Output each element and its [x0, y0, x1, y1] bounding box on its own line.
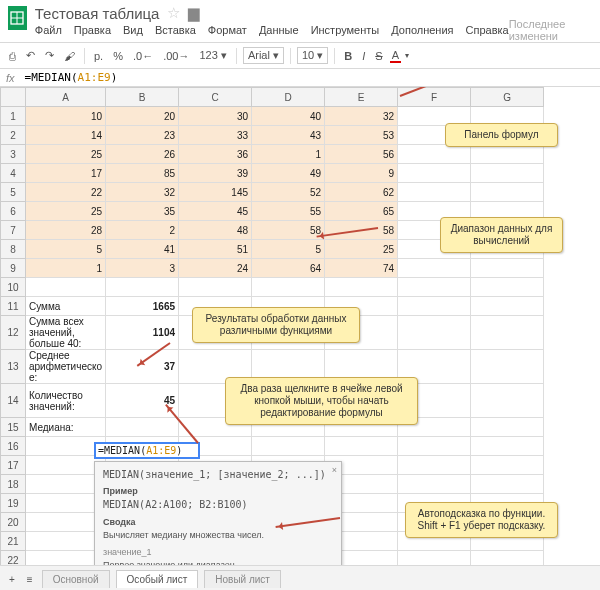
cell[interactable]: 36: [179, 145, 252, 164]
col-header[interactable]: E: [325, 88, 398, 107]
hint-close-icon[interactable]: ×: [332, 464, 337, 477]
text-color-button[interactable]: A: [390, 49, 401, 63]
sheet-tab[interactable]: Особый лист: [116, 570, 199, 588]
cell[interactable]: 48: [179, 221, 252, 240]
cell[interactable]: 51: [179, 240, 252, 259]
cell[interactable]: 2: [106, 221, 179, 240]
cell-editing[interactable]: =MEDIAN(A1:E9): [94, 442, 200, 459]
cell[interactable]: 23: [106, 126, 179, 145]
cell[interactable]: 10: [26, 107, 106, 126]
cell[interactable]: 74: [325, 259, 398, 278]
cell[interactable]: 25: [325, 240, 398, 259]
cell[interactable]: [471, 384, 544, 418]
star-icon[interactable]: ☆: [167, 4, 180, 22]
add-sheet-button[interactable]: +: [6, 572, 18, 587]
cell[interactable]: 85: [106, 164, 179, 183]
cell[interactable]: [471, 418, 544, 437]
cell[interactable]: [398, 297, 471, 316]
row-header[interactable]: 5: [1, 183, 26, 202]
cell[interactable]: 30: [179, 107, 252, 126]
cell[interactable]: [471, 475, 544, 494]
cell[interactable]: [471, 259, 544, 278]
cell[interactable]: 25: [26, 145, 106, 164]
menu-edit[interactable]: Правка: [74, 24, 111, 36]
cell[interactable]: 35: [106, 202, 179, 221]
cell[interactable]: 32: [325, 107, 398, 126]
redo-icon[interactable]: ↷: [42, 47, 57, 64]
cell[interactable]: [398, 475, 471, 494]
cell[interactable]: [398, 437, 471, 456]
sheet-tab[interactable]: Новый лист: [204, 570, 281, 588]
cell[interactable]: [252, 437, 325, 456]
cell[interactable]: [398, 278, 471, 297]
bold-button[interactable]: B: [341, 48, 355, 64]
cell[interactable]: 26: [106, 145, 179, 164]
cell[interactable]: [471, 183, 544, 202]
summary-label[interactable]: Сумма всех значений, больше 40:: [26, 316, 106, 350]
cell[interactable]: [325, 278, 398, 297]
currency-button[interactable]: р.: [91, 48, 106, 64]
summary-value[interactable]: 1665: [106, 297, 179, 316]
cell[interactable]: 58: [252, 221, 325, 240]
summary-label[interactable]: Сумма: [26, 297, 106, 316]
cell[interactable]: 55: [252, 202, 325, 221]
menu-help[interactable]: Справка: [466, 24, 509, 36]
cell[interactable]: 5: [26, 240, 106, 259]
cell[interactable]: 5: [252, 240, 325, 259]
cell[interactable]: [398, 183, 471, 202]
menu-addons[interactable]: Дополнения: [391, 24, 453, 36]
decrease-decimal-button[interactable]: .0←: [130, 48, 156, 64]
cell[interactable]: 53: [325, 126, 398, 145]
formula-input[interactable]: =MEDIAN(A1:E9): [25, 71, 118, 84]
cell[interactable]: 14: [26, 126, 106, 145]
cell[interactable]: 24: [179, 259, 252, 278]
cell[interactable]: 17: [26, 164, 106, 183]
number-format-button[interactable]: 123 ▾: [196, 47, 229, 64]
cell[interactable]: 45: [179, 202, 252, 221]
cell[interactable]: [252, 278, 325, 297]
undo-icon[interactable]: ↶: [23, 47, 38, 64]
cell[interactable]: [179, 278, 252, 297]
doc-title[interactable]: Тестовая таблица: [35, 5, 160, 22]
row-header[interactable]: 7: [1, 221, 26, 240]
cell[interactable]: 43: [252, 126, 325, 145]
cell[interactable]: 33: [179, 126, 252, 145]
cell[interactable]: 145: [179, 183, 252, 202]
cell[interactable]: [471, 437, 544, 456]
cell[interactable]: 64: [252, 259, 325, 278]
cell[interactable]: 1: [26, 259, 106, 278]
cell[interactable]: [471, 297, 544, 316]
row-header[interactable]: 1: [1, 107, 26, 126]
font-select[interactable]: Arial ▾: [243, 47, 284, 64]
cell[interactable]: [471, 145, 544, 164]
col-header[interactable]: G: [471, 88, 544, 107]
row-header[interactable]: 8: [1, 240, 26, 259]
summary-label[interactable]: Количество значений:: [26, 384, 106, 418]
menu-file[interactable]: Файл: [35, 24, 62, 36]
summary-label[interactable]: Медиана:: [26, 418, 106, 437]
cell[interactable]: 32: [106, 183, 179, 202]
cell[interactable]: [26, 278, 106, 297]
row-header[interactable]: 4: [1, 164, 26, 183]
menu-format[interactable]: Формат: [208, 24, 247, 36]
cell[interactable]: 65: [325, 202, 398, 221]
font-size-select[interactable]: 10 ▾: [297, 47, 328, 64]
cell[interactable]: [471, 316, 544, 350]
folder-icon[interactable]: ▆: [188, 4, 200, 22]
cell[interactable]: [471, 278, 544, 297]
cell[interactable]: [398, 456, 471, 475]
cell[interactable]: 41: [106, 240, 179, 259]
increase-decimal-button[interactable]: .00→: [160, 48, 192, 64]
sheet-tab[interactable]: Основной: [42, 570, 110, 588]
print-icon[interactable]: ⎙: [6, 48, 19, 64]
col-header[interactable]: A: [26, 88, 106, 107]
menu-view[interactable]: Вид: [123, 24, 143, 36]
row-header[interactable]: 2: [1, 126, 26, 145]
cell[interactable]: [471, 350, 544, 384]
cell[interactable]: 1: [252, 145, 325, 164]
cell[interactable]: [398, 259, 471, 278]
col-header[interactable]: C: [179, 88, 252, 107]
row-header[interactable]: 3: [1, 145, 26, 164]
col-header[interactable]: B: [106, 88, 179, 107]
strike-button[interactable]: S: [372, 48, 385, 64]
